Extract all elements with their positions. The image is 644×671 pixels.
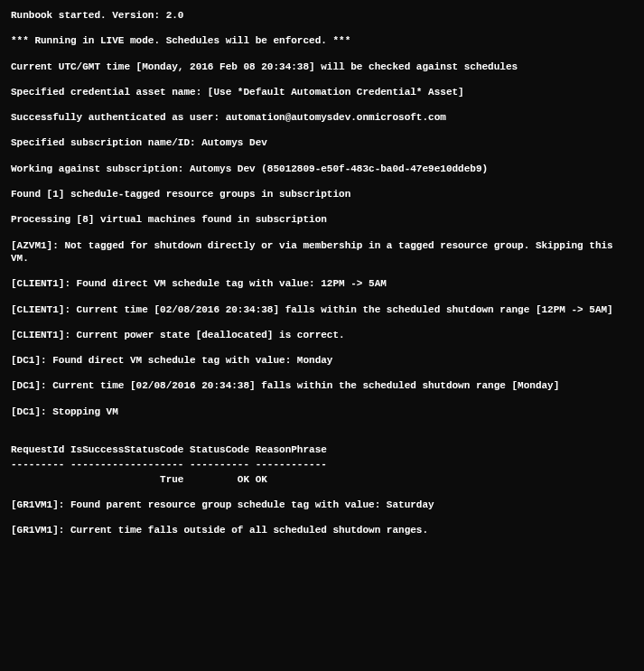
- log-line: *** Running in LIVE mode. Schedules will…: [11, 34, 633, 47]
- log-line: [DC1]: Found direct VM schedule tag with…: [11, 354, 633, 367]
- log-line: [CLIENT1]: Found direct VM schedule tag …: [11, 277, 633, 290]
- console-output: Runbook started. Version: 2.0 *** Runnin…: [11, 9, 633, 537]
- table-row: True OK OK: [11, 473, 633, 486]
- log-line: Specified subscription name/ID: Automys …: [11, 136, 633, 149]
- table-header: RequestId IsSuccessStatusCode StatusCode…: [11, 443, 633, 456]
- log-line: Specified credential asset name: [Use *D…: [11, 86, 633, 98]
- log-line: Processing [8] virtual machines found in…: [11, 213, 633, 226]
- table-divider: --------- ------------------- ----------…: [11, 458, 633, 471]
- log-line: [CLIENT1]: Current time [02/08/2016 20:3…: [11, 303, 633, 316]
- log-line: [DC1]: Stopping VM: [11, 405, 633, 418]
- log-line: Runbook started. Version: 2.0: [11, 9, 633, 22]
- log-line: [CLIENT1]: Current power state [dealloca…: [11, 329, 633, 341]
- log-line: Current UTC/GMT time [Monday, 2016 Feb 0…: [11, 61, 633, 73]
- log-line: Working against subscription: Automys De…: [11, 163, 633, 175]
- log-line: [AZVM1]: Not tagged for shutdown directl…: [11, 239, 633, 266]
- log-line: [GR1VM1]: Found parent resource group sc…: [11, 499, 633, 511]
- log-line: [DC1]: Current time [02/08/2016 20:34:38…: [11, 379, 633, 392]
- log-line: Found [1] schedule-tagged resource group…: [11, 188, 633, 200]
- log-line: [GR1VM1]: Current time falls outside of …: [11, 524, 633, 536]
- log-line: Successfully authenticated as user: auto…: [11, 111, 633, 124]
